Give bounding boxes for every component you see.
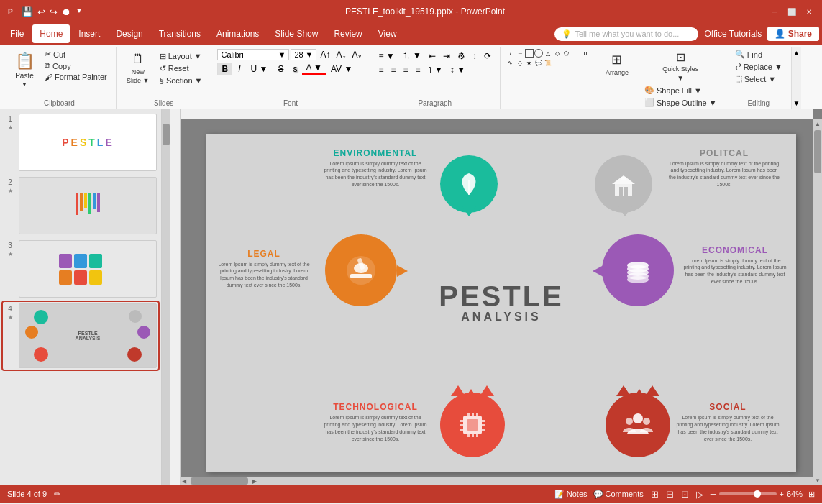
numbering-button[interactable]: ⒈ ▼ xyxy=(399,49,424,63)
shape-outline-button[interactable]: ⬜ Shape Outline ▼ xyxy=(641,97,720,108)
save-icon[interactable]: 💾 xyxy=(22,6,33,17)
slide-item-4[interactable]: 4 ★ PESTLEANALYSIS xyxy=(3,302,158,370)
cut-button[interactable]: ✂ Cut xyxy=(42,49,110,60)
copy-button[interactable]: ⧉ Copy xyxy=(42,60,110,71)
restore-button[interactable]: ⬜ xyxy=(785,4,799,19)
ribbon-collapse[interactable]: ▲ ▼ xyxy=(791,47,801,109)
vscroll-thumb-canvas[interactable] xyxy=(814,130,821,173)
circle-shape[interactable] xyxy=(534,49,543,58)
tell-me-box[interactable]: 💡 Tell me what you want to do... xyxy=(554,27,698,41)
justify-button[interactable]: ≡ xyxy=(413,64,424,75)
menu-file[interactable]: File xyxy=(3,24,31,43)
bold-button[interactable]: B xyxy=(217,63,232,75)
zoom-in-button[interactable]: + xyxy=(780,490,784,498)
menu-view[interactable]: View xyxy=(371,24,404,43)
direction-button[interactable]: ↕ xyxy=(470,50,480,62)
wave-shape[interactable]: ∿ xyxy=(506,58,515,67)
font-decrease-button[interactable]: A↓ xyxy=(334,49,348,60)
italic-button[interactable]: I xyxy=(234,63,245,75)
strikethrough-button[interactable]: S xyxy=(273,63,288,75)
fit-to-window-button[interactable]: ⊞ xyxy=(808,490,815,499)
star-shape[interactable]: ★ xyxy=(525,58,534,67)
menu-slideshow[interactable]: Slide Show xyxy=(268,24,325,43)
hscroll-right[interactable]: ▶ xyxy=(251,478,258,485)
slide-item-2[interactable]: 2 ★ xyxy=(3,175,158,236)
paste-button[interactable]: 📋 Paste ▼ xyxy=(9,49,40,91)
menu-review[interactable]: Review xyxy=(326,24,369,43)
font-name-selector[interactable]: Calibri▼ xyxy=(217,49,289,60)
rect-shape[interactable] xyxy=(525,49,534,58)
dropdown-icon[interactable]: ▼ xyxy=(76,6,83,17)
notes-button[interactable]: 📝 Notes xyxy=(554,490,588,499)
callout-shape[interactable]: 💬 xyxy=(534,58,543,67)
align-right-button[interactable]: ≡ xyxy=(401,64,411,75)
format-painter-button[interactable]: 🖌 Format Painter xyxy=(42,72,110,82)
convert-button[interactable]: ⟳ xyxy=(481,50,494,62)
arrange-button[interactable]: ⊞ Arrange xyxy=(595,49,639,79)
layout-button[interactable]: ⊞ Layout ▼ xyxy=(157,51,206,62)
clear-format-button[interactable]: Aᵥ xyxy=(350,49,364,60)
minimize-button[interactable]: ─ xyxy=(767,4,782,19)
arrow-shape[interactable]: → xyxy=(516,49,524,58)
align-left-button[interactable]: ≡ xyxy=(376,64,387,75)
share-button[interactable]: 👤 Share xyxy=(767,27,819,41)
slide-panel-scroll-thumb[interactable] xyxy=(163,124,170,145)
underline-button[interactable]: U ▼ xyxy=(246,63,272,75)
normal-view-button[interactable]: ⊞ xyxy=(649,489,660,500)
undo-icon[interactable]: ↩ xyxy=(37,6,45,17)
office-tutorials-link[interactable]: Office Tutorials xyxy=(704,29,762,39)
select-button[interactable]: ⬚ Select ▼ xyxy=(732,73,779,84)
curve-shape[interactable]: ∪ xyxy=(581,49,590,58)
canvas-hscrollbar[interactable]: ◀ ▶ xyxy=(181,477,813,485)
slide-sorter-button[interactable]: ⊟ xyxy=(665,489,675,500)
increase-indent-button[interactable]: ⇥ xyxy=(440,50,453,62)
more-shapes[interactable]: … xyxy=(572,49,580,58)
redo-icon[interactable]: ↪ xyxy=(50,6,58,17)
menu-insert[interactable]: Insert xyxy=(71,24,107,43)
hscroll-left[interactable]: ◀ xyxy=(181,478,188,485)
font-increase-button[interactable]: A↑ xyxy=(318,49,332,60)
font-size-selector[interactable]: 28▼ xyxy=(291,49,316,60)
line-spacing-button[interactable]: ↕ ▼ xyxy=(447,64,468,75)
reading-view-button[interactable]: ⊡ xyxy=(680,489,690,500)
new-slide-button[interactable]: 🗒 New Slide ▼ xyxy=(122,49,154,87)
zoom-out-button[interactable]: ─ xyxy=(711,490,716,498)
section-button[interactable]: § Section ▼ xyxy=(157,75,206,86)
shadow-button[interactable]: s xyxy=(289,63,301,75)
smartart-button[interactable]: ⚙ xyxy=(455,50,468,62)
font-color-button[interactable]: A ▼ xyxy=(302,62,326,75)
shape-fill-button[interactable]: 🎨 Shape Fill ▼ xyxy=(641,85,720,96)
slide-item-1[interactable]: 1 ★ P E S T L E xyxy=(3,112,158,173)
slide-item-3[interactable]: 3 ★ xyxy=(3,239,158,299)
slideshow-view-button[interactable]: ▷ xyxy=(695,489,705,500)
bullets-button[interactable]: ≡ ▼ xyxy=(376,50,398,62)
menu-home[interactable]: Home xyxy=(32,24,70,43)
triangle-shape[interactable]: △ xyxy=(544,49,552,58)
align-center-button[interactable]: ≡ xyxy=(388,64,399,75)
font-spacing-button[interactable]: AV ▼ xyxy=(327,63,356,75)
hscroll-thumb-canvas[interactable] xyxy=(191,477,248,485)
replace-button[interactable]: ⇄ Replace ▼ xyxy=(732,61,785,72)
comments-button[interactable]: 💬 Comments xyxy=(593,490,644,499)
line-shape[interactable]: / xyxy=(506,49,515,58)
slide-panel-scrollbar[interactable] xyxy=(162,109,170,485)
vscroll-up[interactable]: ▲ xyxy=(813,119,822,129)
columns-button[interactable]: ⫿ ▼ xyxy=(425,64,446,75)
pentagon-shape[interactable]: ⬠ xyxy=(562,49,571,58)
close-button[interactable]: ✕ xyxy=(802,4,816,19)
bracket-shape[interactable]: {} xyxy=(516,58,524,67)
vscroll-down[interactable]: ▼ xyxy=(813,476,822,485)
zoom-slider[interactable] xyxy=(719,492,777,495)
canvas-vscrollbar[interactable]: ▲ ▼ xyxy=(813,119,822,485)
menu-design[interactable]: Design xyxy=(109,24,150,43)
menu-transitions[interactable]: Transitions xyxy=(152,24,208,43)
zoom-thumb[interactable] xyxy=(754,490,761,498)
diamond-shape[interactable]: ◇ xyxy=(553,49,562,58)
quick-styles-button[interactable]: ⊡ Quick Styles ▼ xyxy=(641,49,720,83)
menu-animations[interactable]: Animations xyxy=(209,24,266,43)
record-icon[interactable]: ⏺ xyxy=(62,6,71,17)
find-button[interactable]: 🔍 Find xyxy=(732,49,765,60)
decrease-indent-button[interactable]: ⇤ xyxy=(426,50,439,62)
reset-button[interactable]: ↺ Reset xyxy=(157,63,206,74)
scroll-shape[interactable]: 📜 xyxy=(544,58,552,67)
